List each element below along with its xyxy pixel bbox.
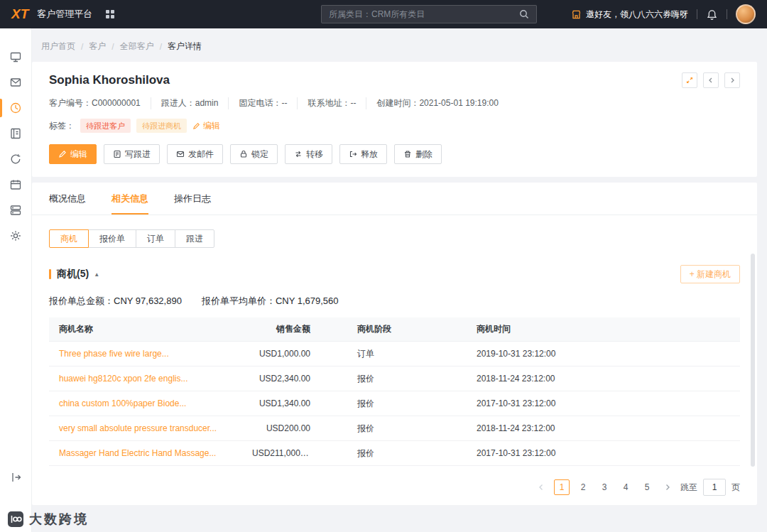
sidebar-item-calendar[interactable] [0,172,32,197]
sidebar [0,28,32,532]
collapse-caret-icon[interactable]: ▲ [94,271,99,278]
sidebar-item-workbench[interactable] [0,44,32,70]
accent-bar [49,269,51,279]
edit-button[interactable]: 编辑 [49,144,97,164]
stage-cell: 报价 [347,447,467,460]
page-5[interactable]: 5 [639,479,655,495]
customer-info-row: 客户编号：C000000001 跟进人：admin 固定电话：-- 联系地址：-… [49,97,740,109]
sidebar-item-dashboard[interactable] [0,95,32,121]
search-input[interactable] [329,9,519,19]
global-search [321,5,537,23]
trash-icon [403,150,412,158]
stage-cell: 订单 [347,348,467,360]
subtab-order[interactable]: 订单 [136,229,175,248]
divider [727,9,727,19]
stage-cell: 报价 [347,423,467,435]
tab-operation-log[interactable]: 操作日志 [174,183,211,215]
note-icon [113,150,121,158]
transfer-button[interactable]: 转移 [285,144,332,164]
breadcrumb-separator: / [111,42,114,52]
sidebar-item-settings[interactable] [0,223,32,249]
stage-cell: 报价 [347,373,467,385]
page-2[interactable]: 2 [575,479,591,495]
tag-row: 标签： 待跟进客户 待跟进商机 编辑 [49,119,740,133]
divider [697,9,697,19]
write-followup-button[interactable]: 写跟进 [104,144,160,164]
tab-related-info[interactable]: 相关信息 [111,183,148,215]
sidebar-item-sync[interactable] [0,146,32,172]
mail-icon [9,76,22,89]
sidebar-item-mail[interactable] [0,70,32,95]
prev-page-button[interactable] [534,479,548,495]
sidebar-item-storage[interactable] [0,197,32,223]
brand-logo: XT [11,6,28,22]
customer-name: Sophia Khoroshilova [49,73,170,87]
pencil-icon [192,122,200,130]
jump-page-input[interactable] [703,479,726,496]
opportunity-link[interactable]: very small absolute pressure transducer.… [49,423,242,433]
delete-button[interactable]: 删除 [394,144,442,164]
shop-icon [571,9,582,20]
customer-id-field: 客户编号：C000000001 [49,97,141,109]
time-cell: 2017-10-31 23:12:00 [467,398,740,408]
subtab-followup[interactable]: 跟进 [175,229,214,248]
app-title: 客户管理平台 [37,8,92,21]
edit-tags-link[interactable]: 编辑 [192,120,220,132]
page-unit-label: 页 [731,482,740,494]
breadcrumb-separator: / [160,42,162,52]
sidebar-item-customers[interactable] [0,121,32,146]
col-header-name: 商机名称 [49,323,242,335]
amount-cell: USD200.00 [242,423,347,433]
tags-label: 标签： [49,120,75,132]
opportunity-link[interactable]: huawei hg8120c xpon 2fe englis... [49,374,242,384]
release-button[interactable]: 释放 [339,144,387,164]
apps-grid-icon[interactable] [105,9,115,19]
table-row: very small absolute pressure transducer.… [49,416,740,441]
detail-tabs: 概况信息 相关信息 操作日志 [32,183,757,215]
subtab-quotation[interactable]: 报价单 [88,229,136,248]
action-buttons-row: 编辑 写跟进 发邮件 锁定 转移 [49,144,740,164]
search-icon[interactable] [519,9,529,19]
user-avatar[interactable] [736,4,756,24]
page-4[interactable]: 4 [618,479,633,495]
breadcrumb-customers[interactable]: 客户 [89,40,106,53]
stage-cell: 报价 [347,398,467,410]
next-page-button[interactable] [660,479,675,495]
page-1[interactable]: 1 [554,479,570,495]
invite-promo-link[interactable]: 邀好友，领八八六六券嗨呀 [571,9,688,21]
tab-overview[interactable]: 概况信息 [49,183,86,215]
amount-cell: USD1,000.00 [242,349,347,359]
notification-bell-icon[interactable] [706,9,718,21]
watermark-text: 大数跨境 [29,511,89,528]
opportunity-link[interactable]: china custom 100%paper Biode... [49,398,242,408]
phone-field: 固定电话：-- [228,97,287,109]
detail-card: 概况信息 相关信息 操作日志 商机 报价单 订单 跟进 商机(5) ▲ [32,183,757,505]
breadcrumb-home[interactable]: 用户首页 [41,40,75,53]
scrollbar-thumb[interactable] [751,254,755,467]
edit-icon [58,150,67,158]
opportunity-link[interactable]: Massager Hand Electric Hand Massage... [49,448,242,458]
breadcrumb-all-customers[interactable]: 全部客户 [120,40,154,53]
opportunity-link[interactable]: Three phase five wire large... [49,349,242,359]
sync-icon [9,153,22,165]
opportunity-table: 商机名称 销售金额 商机阶段 商机时间 Three phase five wir… [49,317,740,466]
topbar-right: 邀好友，领八八六六券嗨呀 [571,4,756,24]
sidebar-collapse-button[interactable] [0,471,32,484]
next-record-button[interactable] [724,72,740,88]
breadcrumb: 用户首页 / 客户 / 全部客户 / 客户详情 [32,28,757,62]
subtab-opportunity[interactable]: 商机 [49,229,89,248]
lock-button[interactable]: 锁定 [230,144,278,164]
address-field: 联系地址：-- [297,97,356,109]
main-content: 用户首页 / 客户 / 全部客户 / 客户详情 Sophia Khoroshil… [32,28,767,532]
fullscreen-toggle-button[interactable] [682,72,697,88]
send-email-button[interactable]: 发邮件 [167,144,223,164]
new-opportunity-button[interactable]: + 新建商机 [680,265,740,283]
lock-icon [239,150,248,158]
prev-record-button[interactable] [703,72,719,88]
table-row: huawei hg8120c xpon 2fe englis... USD2,3… [49,367,740,391]
average-price-stat: 报价单平均单价：CNY 1,679,560 [202,295,339,308]
page-3[interactable]: 3 [597,479,612,495]
mail-icon [176,150,185,158]
breadcrumb-separator: / [81,42,83,52]
gauge-icon [9,102,22,114]
